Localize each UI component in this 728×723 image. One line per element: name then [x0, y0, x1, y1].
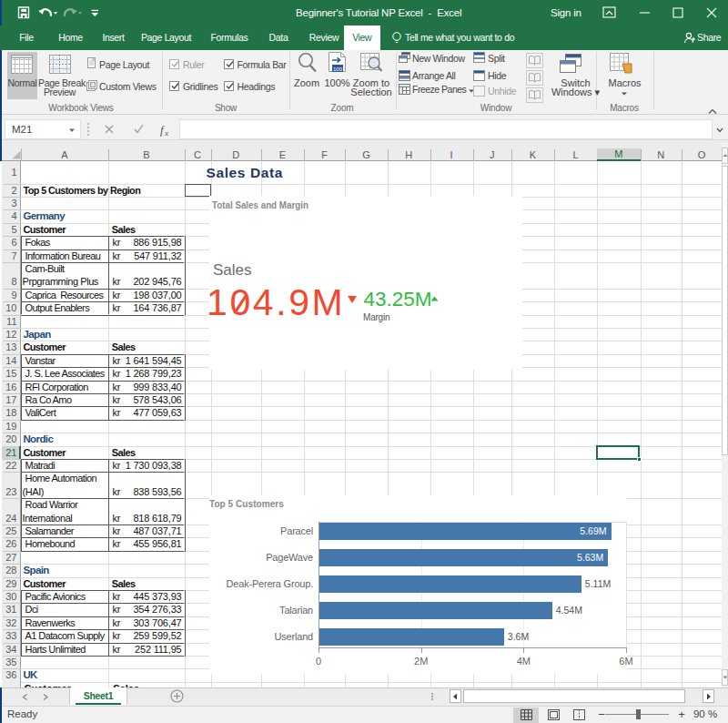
svg-text:100: 100: [333, 66, 343, 72]
svg-text:x: x: [164, 128, 168, 137]
